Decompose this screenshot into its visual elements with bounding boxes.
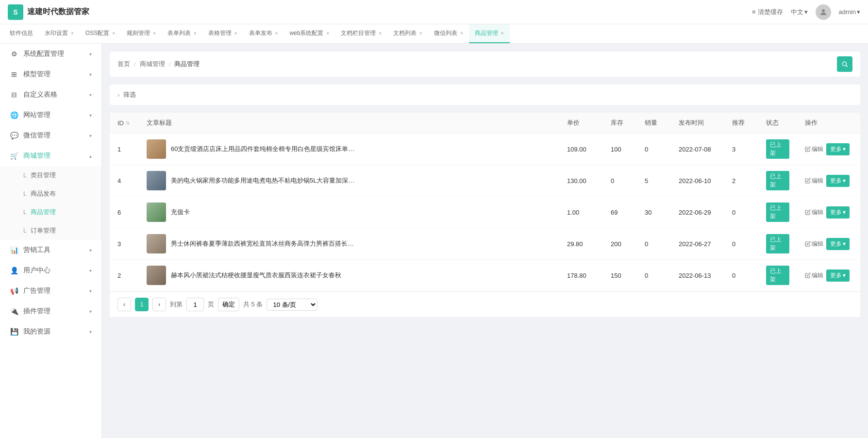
cell-price: 1.00	[559, 197, 603, 228]
cell-sales: 30	[637, 197, 671, 228]
sidebar-item-my-resources[interactable]: 💾 我的资源 ▾	[0, 321, 101, 342]
edit-button[interactable]: 编辑	[805, 145, 823, 153]
sidebar-item-user-center[interactable]: 👤 用户中心 ▾	[0, 260, 101, 281]
tab-web-config-close[interactable]: ×	[326, 31, 329, 36]
breadcrumb-home[interactable]: 首页	[117, 60, 130, 68]
prev-page-button[interactable]: ‹	[117, 298, 131, 311]
tab-wechat-list-close[interactable]: ×	[460, 31, 463, 36]
th-date: 发布时间	[671, 113, 724, 134]
cell-recommend: 0	[724, 260, 758, 291]
next-page-button[interactable]: ›	[152, 298, 166, 311]
tab-oss-close[interactable]: ×	[112, 31, 115, 36]
tab-wechat-list[interactable]: 微信列表 ×	[428, 24, 469, 43]
sidebar-item-wechat-mgmt[interactable]: 💬 微信管理 ▾	[0, 125, 101, 146]
tab-doc-column-close[interactable]: ×	[379, 31, 382, 36]
tab-product-mgmt-close[interactable]: ×	[501, 31, 504, 36]
status-badge: 已上架	[766, 266, 789, 285]
user-menu[interactable]: admin ▾	[839, 8, 860, 16]
sidebar-item-system-config[interactable]: ⚙ 系统配置管理 ▾	[0, 44, 101, 64]
cell-id: 3	[110, 228, 139, 260]
tab-form-publish[interactable]: 表单发布 ×	[243, 24, 284, 43]
logo-text: 速建时代数据管家	[27, 7, 89, 17]
svg-line-2	[846, 66, 848, 67]
cell-recommend: 2	[724, 165, 758, 197]
more-button[interactable]: 更多 ▾	[826, 238, 850, 250]
tab-rules-label: 规则管理	[127, 29, 150, 37]
sidebar-item-model-mgmt[interactable]: ⊞ 模型管理 ▾	[0, 64, 101, 84]
sidebar-item-shop-mgmt[interactable]: 🛒 商城管理 ▴	[0, 146, 101, 166]
sidebar-item-product-list[interactable]: L 商品管理	[0, 203, 101, 221]
more-button[interactable]: 更多 ▾	[826, 143, 850, 155]
sidebar-item-ad-mgmt[interactable]: 📢 广告管理 ▾	[0, 281, 101, 301]
sort-icon-id[interactable]: ⇅	[126, 120, 130, 126]
edit-button[interactable]: 编辑	[805, 208, 823, 217]
tab-doc-list[interactable]: 文档列表 ×	[387, 24, 428, 43]
cell-price: 178.80	[559, 260, 603, 291]
sidebar-label-product-list: 商品管理	[31, 208, 56, 217]
tab-watermark[interactable]: 水印设置 ×	[39, 24, 80, 43]
tab-form-list-close[interactable]: ×	[194, 31, 197, 36]
logo: S 速建时代数据管家	[8, 4, 89, 20]
page-1-button[interactable]: 1	[135, 298, 149, 311]
table-row: 6 充值卡 1.00 69 30 2022-06-29 0 已上架 编辑 更多 …	[110, 197, 860, 228]
sidebar-item-order-mgmt[interactable]: L 订单管理	[0, 221, 101, 240]
sidebar-item-custom-table[interactable]: ⊟ 自定义表格 ▾	[0, 84, 101, 105]
tab-oss[interactable]: OSS配置 ×	[80, 24, 121, 43]
cell-price: 130.00	[559, 165, 603, 197]
cell-action: 编辑 更多 ▾	[797, 228, 860, 260]
tab-watermark-close[interactable]: ×	[71, 31, 74, 36]
breadcrumb-shop[interactable]: 商城管理	[140, 60, 165, 68]
more-button[interactable]: 更多 ▾	[826, 175, 850, 187]
edit-button[interactable]: 编辑	[805, 271, 823, 280]
page-confirm-button[interactable]: 确定	[218, 298, 239, 311]
tab-rules[interactable]: 规则管理 ×	[121, 24, 162, 43]
gear-icon: ⚙	[10, 50, 18, 58]
tab-software-info-label: 软件信息	[10, 29, 33, 37]
avatar	[816, 4, 831, 20]
tab-doc-column[interactable]: 文档栏目管理 ×	[335, 24, 387, 43]
tab-form-publish-close[interactable]: ×	[275, 31, 278, 36]
tab-doc-list-label: 文档列表	[393, 29, 417, 37]
chevron-down-icon-table: ▾	[89, 92, 92, 98]
sidebar-collapse-button[interactable]: ‹	[101, 241, 102, 260]
sidebar-item-website-mgmt[interactable]: 🌐 网站管理 ▾	[0, 105, 101, 125]
shop-icon: 🛒	[10, 152, 18, 160]
tab-software-info[interactable]: 软件信息	[4, 24, 39, 43]
table-row: 2 赫本风小黑裙法式桔梗收腰显瘦气质衣服西装连衣裙子女春秋 178.80 150…	[110, 260, 860, 291]
cell-stock: 0	[603, 165, 637, 197]
tab-doc-column-label: 文档栏目管理	[341, 29, 376, 37]
per-page-select[interactable]: 10 条/页 20 条/页 50 条/页 100 条/页	[267, 299, 317, 311]
search-button[interactable]	[837, 56, 852, 72]
sidebar-label-category-mgmt: 类目管理	[31, 171, 56, 180]
more-button[interactable]: 更多 ▾	[826, 206, 850, 219]
sidebar-label-marketing: 营销工具	[23, 246, 50, 254]
edit-button[interactable]: 编辑	[805, 177, 823, 185]
tab-doc-list-close[interactable]: ×	[419, 31, 422, 36]
tab-table-mgmt-close[interactable]: ×	[234, 31, 237, 36]
tab-rules-close[interactable]: ×	[153, 31, 156, 36]
more-button[interactable]: 更多 ▾	[826, 270, 850, 282]
table-row: 3 男士休闲裤春夏季薄款西裤宽松直筒冰丝商务高弹力男裤百搭长裤子 29.80 2…	[110, 228, 860, 260]
cell-date: 2022-06-29	[671, 197, 724, 228]
resources-icon: 💾	[10, 327, 18, 336]
tab-table-mgmt[interactable]: 表格管理 ×	[202, 24, 243, 43]
cell-stock: 69	[603, 197, 637, 228]
tab-form-list[interactable]: 表单列表 ×	[162, 24, 202, 43]
sidebar-item-plugin-mgmt[interactable]: 🔌 插件管理 ▾	[0, 301, 101, 321]
user-arrow-icon: ▾	[857, 8, 860, 16]
clear-cache-button[interactable]: ≡ 清楚缓存	[752, 8, 783, 17]
sidebar-item-marketing[interactable]: 📊 营销工具 ▾	[0, 240, 101, 260]
cell-date: 2022-06-27	[671, 228, 724, 260]
table-row: 1 60支贡缎酒店店床上用品四件套纯棉全棉专用白色星级宾馆床单被套4 109.0…	[110, 134, 860, 165]
filter-bar[interactable]: › 筛选	[110, 84, 860, 105]
th-stock: 库存	[603, 113, 637, 134]
tab-web-config[interactable]: web系统配置 ×	[284, 24, 335, 43]
tab-product-mgmt[interactable]: 商品管理 ×	[469, 24, 510, 43]
sidebar-item-category-mgmt[interactable]: L 类目管理	[0, 166, 101, 185]
sidebar-item-product-publish[interactable]: L 商品发布	[0, 185, 101, 203]
lang-switch[interactable]: 中文 ▾	[791, 8, 808, 17]
edit-button[interactable]: 编辑	[805, 240, 823, 248]
chevron-down-icon-ad: ▾	[89, 288, 92, 294]
tab-watermark-label: 水印设置	[45, 29, 68, 37]
page-input[interactable]	[186, 298, 204, 311]
